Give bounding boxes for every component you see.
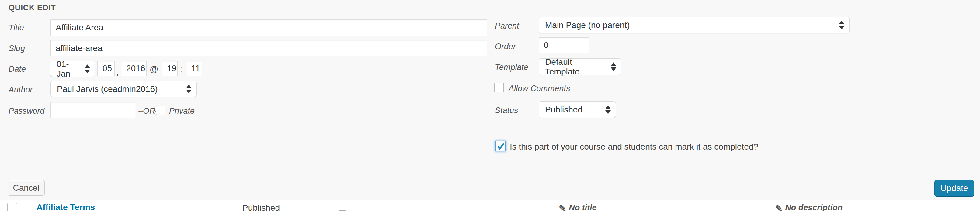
date-label: Date [8,65,26,73]
title-label: Title [8,24,24,32]
select-spinner-icon [186,84,192,94]
date-day-input[interactable]: 05 [97,61,115,76]
allow-comments-label: Allow Comments [509,84,570,93]
template-value: Default Template [545,57,607,77]
checkmark-icon [496,142,505,151]
slug-label: Slug [8,44,25,52]
row-dash [339,210,347,211]
password-label: Password [8,107,45,115]
row-select-checkbox[interactable] [7,203,17,211]
date-year-input[interactable]: 2016 [121,61,146,76]
select-spinner-icon [605,105,611,114]
date-minute-value: 11 [191,63,200,73]
no-description-meta: ✎ No description [775,203,843,211]
title-value: Affiliate Area [56,23,103,33]
date-comma: , [116,68,119,77]
page-list-row: Affiliate Terms Published ✎ No title ✎ N… [0,200,980,211]
author-label: Author [8,86,33,94]
template-select[interactable]: Default Template [539,59,621,75]
date-minute-input[interactable]: 11 [186,61,202,76]
slug-input[interactable]: affiliate-area [51,40,487,56]
select-spinner-icon [839,21,844,30]
update-button[interactable]: Update [934,180,974,196]
parent-value: Main Page (no parent) [545,21,835,30]
pencil-icon: ✎ [559,203,566,211]
order-input[interactable]: 0 [539,37,589,53]
private-label: Private [169,107,195,115]
order-label: Order [495,43,516,51]
title-input[interactable]: Affiliate Area [51,19,487,36]
quick-edit-panel: QUICK EDIT Title Affiliate Area Slug aff… [0,0,980,200]
row-status-text: Published [242,203,280,211]
author-select[interactable]: Paul Jarvis (ceadmin2016) [51,81,197,97]
course-completed-label: Is this part of your course and students… [510,142,758,152]
cancel-button[interactable]: Cancel [8,180,45,196]
course-completed-checkbox[interactable] [495,141,506,151]
no-title-text: No title [569,203,597,211]
no-description-text: No description [785,203,843,211]
select-spinner-icon [84,65,90,73]
page-title-link[interactable]: Affiliate Terms [37,203,95,211]
parent-select[interactable]: Main Page (no parent) [539,17,850,33]
date-hour-value: 19 [167,63,177,73]
order-value: 0 [544,40,549,50]
date-at-sign: @ [150,65,158,74]
no-title-meta: ✎ No title [559,203,597,211]
select-spinner-icon [611,62,616,71]
author-value: Paul Jarvis (ceadmin2016) [57,84,183,94]
status-select[interactable]: Published [539,101,616,118]
date-colon: : [181,65,183,74]
date-month-value: 01-Jan [57,59,81,79]
status-label: Status [495,106,518,114]
slug-value: affiliate-area [56,43,102,53]
template-label: Template [495,63,528,71]
pencil-icon: ✎ [775,203,783,211]
private-checkbox[interactable] [156,106,165,115]
date-month-select[interactable]: 01-Jan [50,61,95,77]
parent-label: Parent [495,22,519,30]
date-day-value: 05 [102,63,112,73]
date-hour-input[interactable]: 19 [162,61,178,76]
status-value: Published [545,105,601,114]
password-input[interactable] [51,102,136,118]
allow-comments-checkbox[interactable] [494,83,504,92]
quick-edit-heading: QUICK EDIT [8,3,56,13]
date-year-value: 2016 [126,63,145,73]
